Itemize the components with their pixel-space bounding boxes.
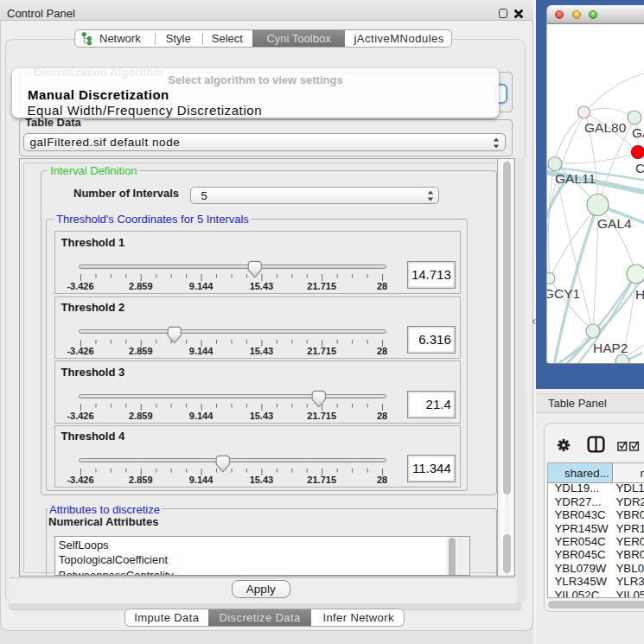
svg-text:C: C — [635, 161, 644, 175]
svg-text:GCY1: GCY1 — [547, 286, 580, 301]
svg-text:GAL4: GAL4 — [597, 216, 632, 231]
svg-text:HAP2: HAP2 — [593, 341, 628, 355]
svg-text:GAL1: GAL1 — [632, 125, 644, 140]
svg-text:GAL80: GAL80 — [584, 120, 627, 135]
svg-text:HIS4: HIS4 — [635, 287, 644, 302]
svg-text:GAL11: GAL11 — [555, 171, 596, 186]
